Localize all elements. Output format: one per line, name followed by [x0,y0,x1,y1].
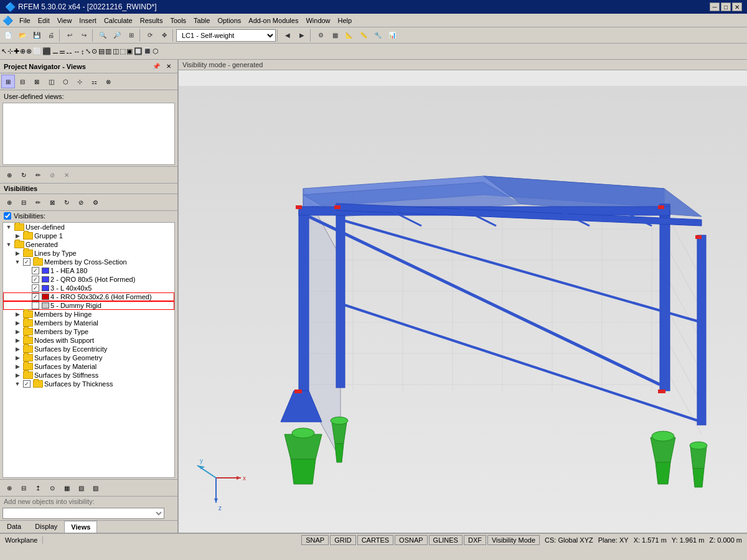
project-navigator-controls[interactable]: 📌 ✕ [150,62,174,71]
tab-data[interactable]: Data [0,521,28,533]
minimize-button[interactable]: ─ [710,2,720,11]
vis-tb-1[interactable]: ⊕ [2,195,16,209]
tree-checkbox[interactable] [32,293,39,301]
menu-item-add-on-modules[interactable]: Add-on Modules [245,16,302,26]
new-button[interactable]: 📄 [1,29,15,42]
tb2-20[interactable]: 🔲 [134,47,143,55]
tb2-9[interactable]: ⚌ [59,47,65,55]
bp-tb-3[interactable]: ↥ [31,481,45,495]
tree-arrow[interactable]: ▶ [13,363,22,370]
tb2-11[interactable]: ↔ [73,48,80,55]
vis-tb-6[interactable]: ⊘ [74,195,88,209]
tb2-3[interactable]: ✚ [14,47,19,55]
tb2-18[interactable]: ⬚ [120,47,126,55]
tree-arrow[interactable]: ▶ [13,311,22,317]
maximize-button[interactable]: □ [721,2,731,11]
nav-tb-2[interactable]: ⊟ [16,75,29,88]
tree-arrow[interactable]: ▼ [13,381,22,387]
tb-extra-4[interactable]: 📏 [357,29,370,42]
tb2-21[interactable]: 🔳 [143,47,152,55]
tab-display[interactable]: Display [28,521,64,533]
menu-item-file[interactable]: File [16,16,34,26]
rotate-button[interactable]: ⟳ [143,29,157,42]
pan-button[interactable]: ✥ [157,29,171,42]
tree-item[interactable]: ▼Members by Cross-Section [3,258,174,266]
status-btn-cartes[interactable]: CARTES [357,535,393,545]
st-2[interactable]: ↻ [17,168,31,182]
tree-item[interactable]: ▼Surfaces by Thickness [3,380,174,388]
tb2-6[interactable]: ⬜ [33,47,42,55]
nav-tb-3[interactable]: ⊠ [30,75,44,88]
nav-tb-7[interactable]: ⚏ [87,75,101,88]
tree-item[interactable]: 4 - RRO 50x30x2.6 (Hot Formed) [3,292,174,301]
tb-extra-1[interactable]: ⚙ [314,29,327,42]
tree-item[interactable]: ▶Members by Type [3,327,174,336]
nav-tb-4[interactable]: ◫ [44,75,58,88]
tree-item[interactable]: ▶Surfaces by Geometry [3,353,174,362]
menu-item-table[interactable]: Table [190,16,214,26]
menu-item-tools[interactable]: Tools [166,16,190,26]
tree-item[interactable]: 2 - QRO 80x5 (Hot Formed) [3,275,174,284]
tb-extra-3[interactable]: 📐 [342,29,356,42]
tb2-7[interactable]: ⬛ [42,47,51,55]
tree-checkbox[interactable] [32,276,39,283]
nav-float-button[interactable]: 📌 [150,62,162,71]
tree-arrow[interactable]: ▶ [13,337,22,343]
tree-arrow[interactable]: ▼ [13,259,22,265]
vis-tb-2[interactable]: ⊟ [17,195,31,209]
tree-checkbox[interactable] [32,267,39,274]
tree-item[interactable]: 5 - Dummy Rigid [3,301,174,310]
tree-arrow[interactable]: ▶ [13,355,22,361]
menu-item-edit[interactable]: Edit [34,16,54,26]
close-button[interactable]: ✕ [732,2,742,11]
window-controls[interactable]: ─ □ ✕ [710,2,742,11]
nav-tb-8[interactable]: ⊗ [101,75,115,88]
tb2-19[interactable]: ▣ [126,47,133,55]
status-btn-grid[interactable]: GRID [330,535,356,545]
nav-tb-5[interactable]: ⬡ [59,75,72,88]
tree-item[interactable]: 3 - L 40x40x5 [3,284,174,292]
tree-arrow[interactable]: ▶ [13,320,22,326]
save-button[interactable]: 💾 [30,29,44,42]
bp-tb-5[interactable]: ▦ [60,481,73,495]
tree-checkbox[interactable] [32,284,39,292]
tree-item[interactable]: ▶Surfaces by Eccentricity [3,345,174,353]
undo-button[interactable]: ↩ [63,29,77,42]
tb2-22[interactable]: ⬡ [153,47,159,55]
st-1[interactable]: ⊕ [2,168,16,182]
tree-arrow[interactable]: ▶ [13,329,22,335]
tree-arrow[interactable]: ▶ [13,346,22,352]
tb2-15[interactable]: ▤ [98,47,105,55]
menu-item-results[interactable]: Results [136,16,167,26]
tb2-16[interactable]: ▥ [105,47,111,55]
vis-tb-5[interactable]: ↻ [60,195,73,209]
tb2-12[interactable]: ↕ [81,48,85,55]
tree-item[interactable]: ▼Generated [3,240,174,249]
tree-item[interactable]: ▶Surfaces by Material [3,362,174,371]
status-btn-glines[interactable]: GLINES [429,535,463,545]
menu-item-insert[interactable]: Insert [75,16,100,26]
tb2-10[interactable]: ⚋ [66,47,72,55]
viewport[interactable]: Visibility mode - generated [179,60,747,533]
bp-tb-2[interactable]: ⊟ [17,481,31,495]
menu-item-help[interactable]: Help [334,16,356,26]
tb2-13[interactable]: ⤡ [85,47,91,55]
tb2-14[interactable]: ⊙ [92,47,97,55]
tree-item[interactable]: ▶Members by Hinge [3,310,174,319]
tb-extra-6[interactable]: 📊 [385,29,399,42]
nav-close-button[interactable]: ✕ [164,62,174,71]
tb-extra-5[interactable]: 🔧 [371,29,385,42]
tb2-2[interactable]: ⊹ [7,47,13,55]
status-btn-osnap[interactable]: OSNAP [395,535,428,545]
nav-tb-6[interactable]: ⊹ [73,75,87,88]
tb2-17[interactable]: ◫ [113,47,119,55]
vis-checkbox[interactable] [4,212,11,220]
load-case-combo[interactable]: LC1 - Self-weight [176,29,276,42]
menu-item-window[interactable]: Window [302,16,334,26]
add-objects-combo[interactable] [2,508,164,519]
zoom-all-button[interactable]: ⊞ [125,29,138,42]
tree-item[interactable]: ▶Members by Material [3,319,174,327]
menu-item-calculate[interactable]: Calculate [100,16,136,26]
next-lc-button[interactable]: ▶ [295,29,309,42]
tree-item[interactable]: ▶Surfaces by Stiffness [3,371,174,380]
